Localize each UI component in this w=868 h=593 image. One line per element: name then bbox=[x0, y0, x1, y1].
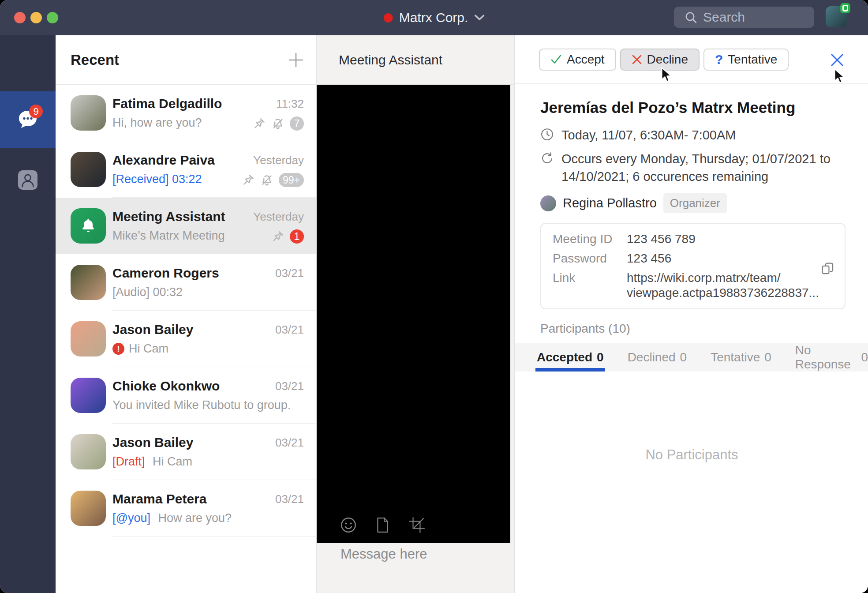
chat-list-item[interactable]: Jason Bailey ! Hi Cam 03/21 bbox=[56, 311, 316, 367]
sidebar-item-chats[interactable]: 9 bbox=[0, 91, 56, 148]
contacts-icon bbox=[18, 170, 37, 190]
alert-icon: ! bbox=[112, 343, 124, 355]
chat-list-item[interactable]: Marama Petera [@you] How are you? 03/21 bbox=[56, 480, 316, 537]
detail-label: Meeting ID bbox=[553, 232, 627, 247]
avatar bbox=[71, 208, 106, 244]
workspace-title: Matrx Corp. bbox=[399, 10, 468, 25]
clock-icon bbox=[540, 128, 554, 141]
chat-name: Alexandre Paiva bbox=[112, 153, 215, 168]
tab-count: 0 bbox=[680, 350, 687, 364]
chat-name: Fatima Delgadillo bbox=[112, 96, 222, 111]
mouse-cursor bbox=[660, 67, 673, 83]
chat-time: 03/21 bbox=[275, 436, 304, 450]
detail-value: https://wiki.corp.matrx/team/viewpage.ac… bbox=[627, 270, 819, 300]
mute-bell-icon bbox=[271, 117, 284, 130]
search-input[interactable]: Search bbox=[674, 7, 814, 28]
titlebar: Matrx Corp. Search bbox=[0, 0, 868, 35]
nav-sidebar: 9 bbox=[0, 35, 56, 593]
chat-preview: [Received] 03:22 bbox=[112, 173, 215, 186]
chevron-down-icon bbox=[474, 15, 484, 21]
workspace-switcher[interactable]: Matrx Corp. bbox=[384, 0, 485, 35]
chat-time: 03/21 bbox=[275, 379, 304, 393]
participants-tabs: Accepted0Declined0Tentative0No Response0 bbox=[515, 343, 868, 372]
tab-count: 0 bbox=[861, 350, 868, 364]
new-chat-button[interactable] bbox=[288, 52, 304, 68]
bell-icon bbox=[79, 217, 97, 235]
meeting-panel: Accept Decline ? Tentative Jeremías del … bbox=[514, 35, 868, 593]
conversation-title: Meeting Assistant bbox=[339, 53, 442, 68]
meeting-title: Jeremías del Pozo’s Matrx Meeting bbox=[540, 99, 843, 116]
recent-header: Recent bbox=[56, 35, 316, 85]
tab-accepted[interactable]: Accepted0 bbox=[537, 343, 604, 372]
tab-declined[interactable]: Declined0 bbox=[628, 343, 687, 372]
avatar bbox=[71, 321, 106, 357]
zoom-window-button[interactable] bbox=[47, 12, 58, 23]
chat-name: Cameron Rogers bbox=[112, 266, 219, 281]
chat-name: Jason Bailey bbox=[112, 435, 193, 450]
tab-no-response[interactable]: No Response0 bbox=[795, 343, 868, 372]
avatar bbox=[71, 265, 106, 300]
tab-count: 0 bbox=[764, 350, 771, 364]
chat-list: Fatima Delgadillo Hi, how are you? 11:32… bbox=[56, 85, 316, 537]
tab-tentative[interactable]: Tentative0 bbox=[711, 343, 771, 372]
organizer-name: Regina Pollastro bbox=[563, 196, 657, 210]
chat-time: Yesterday bbox=[253, 210, 304, 224]
unread-badge: 99+ bbox=[279, 173, 304, 187]
recent-title: Recent bbox=[71, 52, 288, 68]
detail-value: 123 456 789 bbox=[627, 232, 696, 247]
meeting-info-box: Meeting ID123 456 789Password123 456Link… bbox=[540, 223, 846, 309]
close-panel-button[interactable] bbox=[830, 53, 844, 67]
unread-badge: 7 bbox=[290, 116, 304, 131]
chat-name: Meeting Assistant bbox=[112, 209, 225, 224]
meeting-time-row: Today, 11/07, 6:30AM- 7:00AM bbox=[540, 126, 843, 144]
chat-preview: You invited Mike Rubotu to group. bbox=[112, 398, 291, 412]
avatar bbox=[71, 491, 106, 526]
composer-toolbar bbox=[340, 517, 425, 533]
avatar bbox=[71, 152, 106, 187]
sidebar-item-contacts[interactable] bbox=[0, 166, 56, 194]
x-icon bbox=[632, 54, 642, 65]
chat-list-item[interactable]: Fatima Delgadillo Hi, how are you? 11:32… bbox=[56, 85, 316, 141]
accept-button[interactable]: Accept bbox=[539, 49, 616, 71]
tab-label: Declined bbox=[628, 350, 676, 364]
organizer-role-badge: Organizer bbox=[663, 193, 727, 213]
recording-dot-icon bbox=[384, 13, 393, 23]
chat-list-item[interactable]: Meeting Assistant Mike’s Matrx Meeting Y… bbox=[56, 198, 316, 254]
avatar bbox=[71, 434, 106, 469]
chat-preview: [Audio] 00:32 bbox=[112, 285, 219, 299]
chat-name: Jason Bailey bbox=[112, 322, 193, 337]
detail-value: 123 456 bbox=[627, 251, 671, 266]
organizer-avatar bbox=[540, 195, 556, 211]
close-window-button[interactable] bbox=[14, 12, 26, 23]
tentative-label: Tentative bbox=[728, 53, 777, 67]
detail-label: Password bbox=[553, 251, 627, 266]
chat-list-item[interactable]: Chioke Okonkwo You invited Mike Rubotu t… bbox=[56, 367, 316, 424]
copy-link-button[interactable] bbox=[821, 262, 835, 276]
user-avatar[interactable] bbox=[826, 6, 847, 27]
detail-row: Meeting ID123 456 789 bbox=[553, 232, 833, 247]
participants-label: Participants (10) bbox=[540, 322, 843, 336]
chat-preview: Mike’s Matrx Meeting bbox=[112, 229, 225, 243]
chat-preview: Hi, how are you? bbox=[112, 116, 222, 130]
chat-list-item[interactable]: Jason Bailey [Draft] Hi Cam 03/21 bbox=[56, 424, 316, 480]
meeting-actions: Accept Decline ? Tentative bbox=[515, 35, 868, 84]
attach-file-button[interactable] bbox=[375, 517, 390, 533]
tab-label: Tentative bbox=[711, 350, 760, 364]
detail-row: Linkhttps://wiki.corp.matrx/team/viewpag… bbox=[553, 270, 833, 300]
meeting-recurrence-row: Occurs every Monday, Thursday; 01/07/202… bbox=[540, 150, 843, 185]
tentative-button[interactable]: ? Tentative bbox=[703, 49, 789, 71]
chat-list-item[interactable]: Alexandre Paiva [Received] 03:22 Yesterd… bbox=[56, 141, 316, 198]
screenshot-crop-button[interactable] bbox=[408, 517, 425, 533]
tab-count: 0 bbox=[597, 350, 604, 364]
chat-preview: [@you] How are you? bbox=[112, 511, 232, 525]
tab-label: No Response bbox=[795, 343, 857, 372]
message-input[interactable]: Message here bbox=[340, 546, 427, 562]
chat-preview: ! Hi Cam bbox=[112, 342, 193, 356]
chat-time: 03/21 bbox=[275, 266, 304, 280]
minimize-window-button[interactable] bbox=[30, 12, 42, 23]
pin-icon bbox=[253, 117, 266, 130]
chat-time: 03/21 bbox=[275, 323, 304, 337]
chat-list-item[interactable]: Cameron Rogers [Audio] 00:32 03/21 bbox=[56, 254, 316, 311]
conversation-content-area bbox=[317, 85, 510, 543]
emoji-button[interactable] bbox=[340, 517, 356, 533]
